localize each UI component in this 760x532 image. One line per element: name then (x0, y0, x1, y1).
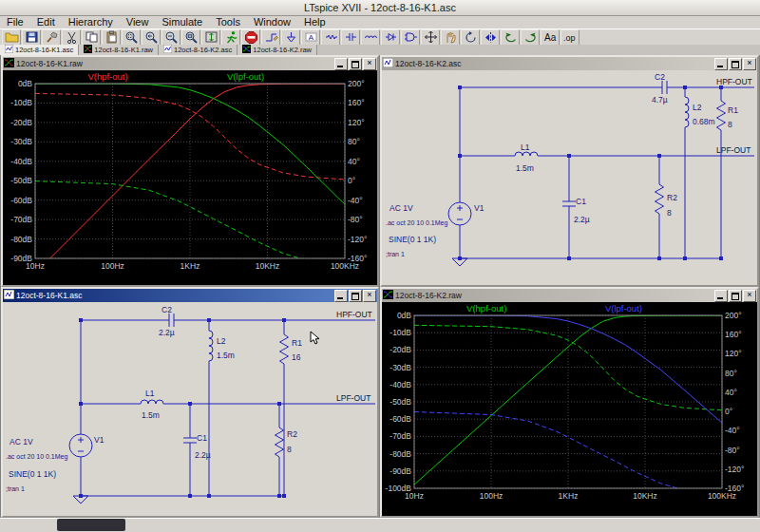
net-label-button[interactable]: A (301, 29, 320, 46)
capacitor-C1[interactable] (562, 199, 576, 209)
spice-directive-button[interactable]: .op (560, 29, 580, 46)
trace-legend-Vhpf-out[interactable]: V(hpf-out) (87, 71, 127, 82)
close-button[interactable]: × (743, 58, 756, 70)
copy-button[interactable] (82, 29, 101, 46)
inductor-L2[interactable] (685, 97, 689, 127)
close-button[interactable]: × (363, 58, 376, 70)
tab-12oct-8-16-K1-asc[interactable]: 12oct-8-16-K1.asc (0, 45, 79, 55)
resistor-R2[interactable] (656, 182, 664, 217)
tab-12oct-8-16-K1-raw[interactable]: 12oct-8-16-K1.raw (79, 45, 159, 55)
x-axis-label: 100Hz (470, 491, 512, 501)
zoom-out-button[interactable] (162, 29, 180, 46)
capacitor-C2[interactable] (659, 81, 670, 94)
x-axis-label: 100KHz (701, 491, 743, 501)
mirror-button[interactable] (481, 29, 500, 46)
undo-button[interactable] (501, 29, 520, 46)
trace-legend-Vlpf-out[interactable]: V(lpf-out) (227, 71, 264, 82)
window-caption[interactable]: 12oct-8-16-K2.raw × (382, 289, 757, 302)
ground-icon (284, 30, 298, 44)
svg-text:Aa: Aa (544, 32, 557, 43)
voltage-source-V1[interactable] (448, 202, 471, 225)
drag-button[interactable] (441, 29, 460, 46)
control-panel-button[interactable] (42, 29, 61, 46)
waveform-window-icon (4, 58, 14, 69)
minimize-button[interactable] (714, 58, 728, 70)
maximize-button[interactable] (729, 290, 742, 302)
wire-button[interactable] (261, 29, 280, 46)
menu-view[interactable]: View (120, 16, 156, 28)
tab-12oct-8-16-K2-asc[interactable]: 12oct-8-16-K2.asc (159, 45, 238, 55)
trace-legend-Vlpf-out[interactable]: V(lpf-out) (605, 303, 642, 314)
capacitor-button[interactable] (341, 29, 360, 46)
component-button[interactable] (401, 29, 420, 46)
net-label-lpf: LPF-OUT (716, 145, 750, 155)
window-caption[interactable]: 12oct-8-16-K2.asc × (382, 57, 757, 70)
zoom-area-button[interactable] (122, 29, 141, 46)
y-axis-label: -30dB (382, 363, 411, 372)
minimize-button[interactable] (334, 58, 348, 70)
schematic-canvas-k2[interactable]: C2 4.7µ L2 0.68m R1 8 L1 1.5m C1 2.2µ R2… (382, 70, 757, 285)
text-button[interactable]: Aa (541, 29, 560, 46)
tab-12oct-8-16-K2-raw[interactable]: 12oct-8-16-K2.raw (238, 45, 317, 55)
menu-help[interactable]: Help (297, 16, 332, 28)
waveform-pane-k2[interactable]: 0dB-10dB-20dB-30dB-40dB-50dB-60dB-70dB-8… (382, 302, 757, 516)
menu-simulate[interactable]: Simulate (155, 16, 209, 28)
redo-button[interactable] (521, 29, 540, 46)
rotate-button[interactable] (461, 29, 480, 46)
trace-magnitude[interactable] (414, 315, 722, 484)
move-button[interactable] (421, 29, 440, 46)
halt-button[interactable] (241, 29, 260, 46)
open-button[interactable] (2, 29, 21, 46)
menu-file[interactable]: File (0, 16, 30, 28)
phase-axis-label: 0° (725, 407, 732, 416)
zoom-full-button[interactable] (181, 29, 200, 46)
run-button[interactable] (221, 29, 240, 46)
maximize-button[interactable] (349, 58, 362, 70)
voltage-source-V1[interactable] (69, 434, 92, 457)
zoom-back-button[interactable] (142, 29, 161, 46)
phase-axis-label: 200° (348, 79, 365, 88)
maximize-button[interactable] (349, 290, 362, 302)
close-button[interactable]: × (363, 290, 376, 302)
window-caption[interactable]: 12oct-8-16-K1.asc × (3, 289, 377, 302)
inductor-L1[interactable] (141, 400, 163, 404)
inductor-icon (364, 30, 378, 44)
plot-canvas[interactable] (3, 70, 377, 285)
diode-button[interactable] (381, 29, 400, 46)
y-axis-label: -80dB (3, 235, 32, 244)
capacitor-C2[interactable] (166, 314, 177, 327)
plot-canvas[interactable] (382, 302, 757, 516)
schematic-canvas-k1[interactable]: C2 2.2µ L2 1.5m R1 16 L1 1.5m C1 2.2µ R2… (3, 302, 377, 516)
y-axis-label: -50dB (382, 397, 411, 407)
menu-window[interactable]: Window (247, 16, 297, 28)
menu-tools[interactable]: Tools (209, 16, 247, 28)
schematic-file-icon (163, 45, 172, 55)
close-button[interactable]: × (743, 290, 756, 302)
autorange-button[interactable] (201, 29, 220, 46)
resistor-button[interactable] (321, 29, 340, 46)
inductor-L2[interactable] (209, 331, 213, 361)
spice-comment-text: ;tran 1 (386, 251, 405, 257)
maximize-button[interactable] (729, 58, 742, 70)
menu-hierarchy[interactable]: Hierarchy (62, 16, 120, 28)
window-caption[interactable]: 12oct-8-16-K1.raw × (3, 57, 377, 70)
resistor-R1[interactable] (717, 99, 726, 133)
resistor-R1[interactable] (280, 332, 289, 367)
y-axis-label: -50dB (3, 176, 32, 185)
capacitor-C1[interactable] (183, 435, 197, 446)
menu-edit[interactable]: Edit (30, 16, 62, 28)
minimize-button[interactable] (334, 290, 348, 302)
resistor-R2[interactable] (276, 426, 284, 460)
inductor-button[interactable] (361, 29, 380, 46)
ground-button[interactable] (281, 29, 300, 46)
x-axis-label: 10KHz (247, 261, 289, 271)
waveform-pane-k1[interactable]: 0dB-10dB-20dB-30dB-40dB-50dB-60dB-70dB-8… (3, 70, 377, 285)
cut-button[interactable] (62, 29, 81, 46)
minimize-button[interactable] (714, 290, 728, 302)
window-titlebar[interactable]: LTspice XVII - 12oct-8-16-K1.asc (0, 0, 760, 16)
inductor-L1[interactable] (515, 152, 538, 156)
x-axis-label: 10Hz (14, 261, 56, 271)
paste-button[interactable] (102, 29, 121, 46)
save-button[interactable] (22, 29, 41, 46)
trace-legend-Vhpf-out[interactable]: V(hpf-out) (466, 303, 506, 314)
